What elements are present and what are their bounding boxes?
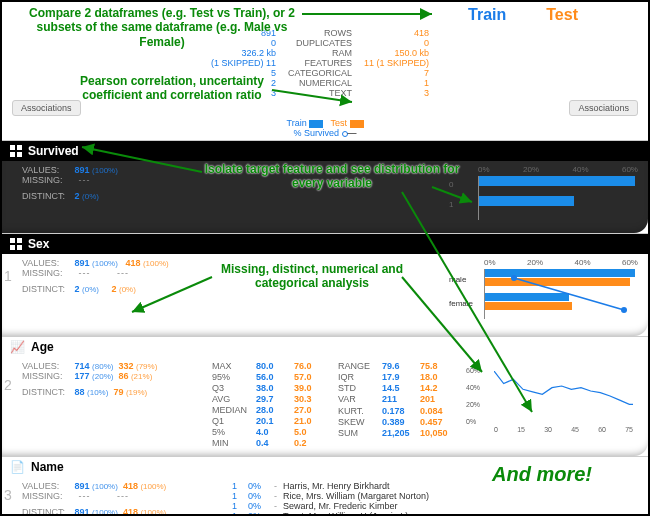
stat-val: 86 [118,371,128,381]
stat-label: DUPLICATES [288,38,352,48]
stat-val: 418 [125,258,140,268]
stat-pct: (100%) [143,259,169,268]
section-name: 3 📄 Name VALUES: 891 (100%) 418 (100%) M… [2,456,648,516]
chart-age: 60%40%20%0% 01530456075 [464,361,638,431]
stat-label: MISSING: [22,491,72,501]
stat-label: DISTINCT: [22,191,72,201]
stat-dash: --- [117,268,129,278]
svg-rect-3 [17,152,22,157]
grid-icon [10,145,22,157]
section-title: Name [31,460,64,474]
stat-label: VALUES: [22,258,72,268]
stat-label: DISTINCT: [22,507,72,516]
stat-label: VALUES: [22,361,72,371]
stat-label: FEATURES [288,58,352,68]
chart-survived: 0%20%40%60% 0 1 [448,165,638,225]
stat-label: VALUES: [22,165,72,175]
stat-pct: (0%) [119,285,136,294]
stat-label: CATEGORICAL [288,68,352,78]
row-number: 2 [4,377,12,393]
row-number: 3 [4,487,12,503]
train-heading: Train [468,6,506,24]
svg-rect-1 [17,145,22,150]
header: Train Test 891 0 326.2 kb (1 SKIPPED) 11… [2,2,648,140]
stat-label: TEXT [288,88,352,98]
stat-dash: --- [79,491,91,501]
svg-point-8 [511,275,517,281]
stat-val: 2 [75,284,80,294]
stat-val: (1 SKIPPED) 11 [211,58,276,68]
svg-rect-7 [17,245,22,250]
stat-pct: (100%) [140,508,166,516]
stats-block: VALUES: 714 (80%) 332 (79%) MISSING: 177… [22,361,202,397]
stat-val: 891 [75,165,90,175]
legend-swatch-test [350,120,364,128]
stat-val: 0 [211,38,276,48]
stat-val: 2 [211,78,276,88]
stat-val: 0 [364,38,429,48]
stat-label: DISTINCT: [22,387,72,397]
age-stats-left: MAX80.076.095%56.057.0Q338.039.0AVG29.73… [212,361,328,448]
stat-pct: (0%) [82,285,99,294]
stat-pct: (20%) [92,372,113,381]
stat-pct: (100%) [140,482,166,491]
svg-rect-2 [10,152,15,157]
stat-pct: (21%) [131,372,152,381]
associations-button-right[interactable]: Associations [569,100,638,116]
stat-label: RAM [288,48,352,58]
svg-rect-5 [17,238,22,243]
associations-button-left[interactable]: Associations [12,100,81,116]
chart-sex: 0%20%40%60% male female [448,258,638,328]
grid-icon [10,238,22,250]
stat-val: 79 [113,387,123,397]
stat-label: MISSING: [22,175,72,185]
stat-val: 326.2 kb [211,48,276,58]
text-icon: 📄 [10,460,25,474]
stat-dash: --- [117,491,129,501]
stat-label: ROWS [288,28,352,38]
test-heading: Test [546,6,578,24]
section-sex: 1 Sex VALUES: 891 (100%) 418 (100%) MISS… [2,233,648,336]
stat-label: VALUES: [22,481,72,491]
section-title: Survived [28,144,79,158]
legend-swatch-train [309,120,323,128]
stat-val: 714 [75,361,90,371]
stat-dash: --- [79,268,91,278]
stat-pct: (80%) [92,362,113,371]
stat-val: 177 [75,371,90,381]
row-number: 1 [4,268,12,284]
svg-point-9 [621,307,627,313]
section-title: Age [31,340,54,354]
stat-val: 1 [364,78,429,88]
stat-pct: (10%) [87,388,108,397]
stat-val: 5 [211,68,276,78]
stat-pct: (19%) [126,388,147,397]
svg-rect-0 [10,145,15,150]
stat-label: NUMERICAL [288,78,352,88]
section-age: 2 📈 Age VALUES: 714 (80%) 332 (79%) MISS… [2,336,648,456]
stat-val: 2 [111,284,116,294]
legend-marker [342,131,348,137]
legend: Train Test % Survived — [12,118,638,138]
stat-val: 150.0 kb [364,48,429,58]
legend-train: Train [286,118,306,128]
legend-test: Test [331,118,348,128]
stat-pct: (100%) [92,482,118,491]
stat-val: 7 [364,68,429,78]
stat-val: 891 [75,481,90,491]
line-overlay [494,371,633,421]
stat-val: 418 [123,507,138,516]
stat-val: 332 [118,361,133,371]
stats-block: VALUES: 891 (100%) MISSING: --- DISTINCT… [22,165,152,201]
line-overlay [484,270,638,320]
names-list: 10%-Harris, Mr. Henry Birkhardt10%-Rice,… [232,481,429,516]
stat-val: 3 [364,88,429,98]
stats-block: VALUES: 891 (100%) 418 (100%) MISSING: -… [22,258,222,294]
stats-block: VALUES: 891 (100%) 418 (100%) MISSING: -… [22,481,222,516]
stat-val: 11 (1 SKIPPED) [364,58,429,68]
legend-survived: % Survived [293,128,339,138]
header-stats: 891 0 326.2 kb (1 SKIPPED) 11 5 2 3 ROWS… [205,28,445,98]
stat-pct: (0%) [82,192,99,201]
stat-label: MISSING: [22,268,72,278]
stat-val: 418 [123,481,138,491]
